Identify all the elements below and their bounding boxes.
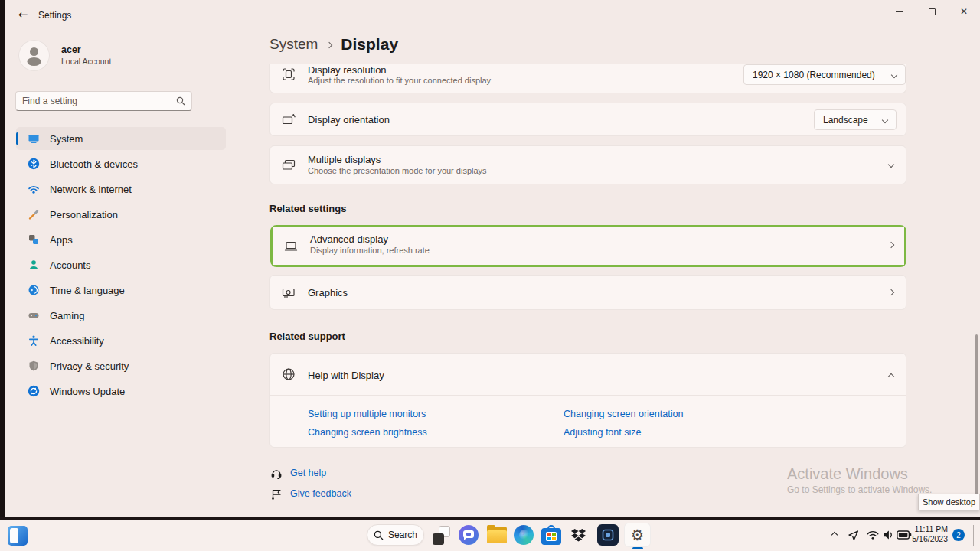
breadcrumb: System Display [270,35,398,54]
bluetooth-icon [28,158,40,170]
sidebar-item-accounts[interactable]: Accounts [16,253,226,276]
show-desktop-tooltip: Show desktop [918,494,980,510]
sidebar-item-bluetooth-devices[interactable]: Bluetooth & devices [16,152,226,175]
search-label: Search [388,530,417,540]
sidebar-item-label: System [50,133,83,145]
display-resolution-icon [281,67,296,82]
display-resolution-card: Display resolution Adjust the resolution… [270,64,906,93]
edge-browser-icon[interactable] [514,525,534,545]
user-name: acer [61,44,81,55]
selected-accent-bar [16,132,18,145]
show-desktop-button[interactable] [974,520,980,551]
sidebar-item-label: Gaming [50,310,85,321]
multiple-displays-icon [281,158,296,173]
system-icon [28,132,40,145]
avatar[interactable] [18,40,50,71]
help-link-screen-orientation[interactable]: Changing screen orientation [564,409,683,419]
chevron-down-icon[interactable] [888,161,894,168]
notification-badge[interactable]: 2 [952,529,965,541]
file-explorer-icon[interactable] [487,527,507,543]
card-title: Multiple displays [308,154,381,165]
volume-icon[interactable] [880,527,896,543]
search-input[interactable] [16,96,176,106]
globe-icon [281,367,296,382]
accessibility-icon [28,334,40,347]
sidebar-item-label: Accessibility [50,335,104,347]
sidebar-item-gaming[interactable]: Gaming [16,304,226,327]
card-subtitle: Adjust the resolution to fit your connec… [308,76,491,85]
sidebar-item-accessibility[interactable]: Accessibility [16,329,226,352]
chevron-right-icon [888,289,894,295]
sidebar-item-system[interactable]: System [16,127,226,150]
divider [270,395,906,396]
user-account-type: Local Account [61,57,111,66]
dropbox-icon[interactable] [569,526,588,545]
multiple-displays-card[interactable]: Multiple displays Choose the presentatio… [270,145,906,184]
location-icon[interactable] [845,527,861,543]
activate-windows-watermark: Activate Windows [787,465,908,483]
sidebar-item-label: Privacy & security [50,360,129,372]
taskbar-search[interactable]: Search [367,524,424,546]
microsoft-store-icon[interactable] [541,525,561,545]
give-feedback-link[interactable]: Give feedback [290,488,351,499]
back-button[interactable]: ← [14,6,32,23]
close-icon: ✕ [960,6,968,17]
chevron-up-icon[interactable] [888,373,894,380]
active-app-indicator [632,547,643,549]
maximize-button[interactable] [916,0,948,23]
sidebar-item-apps[interactable]: Apps [16,228,226,251]
minimize-button[interactable] [884,0,916,23]
card-title: Display resolution [308,64,387,76]
card-subtitle: Choose the presentation mode for your di… [308,166,487,175]
tray-date: 5/16/2023 [912,534,948,544]
card-title: Advanced display [310,233,388,245]
window-title: Settings [38,10,71,21]
sidebar-item-network-internet[interactable]: Network & internet [16,178,226,201]
wifi-icon[interactable] [865,527,880,543]
wifi-icon [28,183,40,195]
widgets-icon[interactable] [8,526,28,546]
card-title: Display orientation [308,114,390,126]
tray-time: 11:11 PM [912,524,948,534]
get-help-link[interactable]: Get help [290,468,326,478]
breadcrumb-system[interactable]: System [270,36,318,53]
dark-blue-app-icon[interactable] [597,524,619,546]
chevron-down-icon [882,116,888,122]
display-orientation-dropdown[interactable]: Landscape [814,109,897,130]
sidebar-item-label: Windows Update [50,386,125,397]
sidebar-item-label: Bluetooth & devices [50,158,138,170]
scrollbar-thumb[interactable] [975,334,978,500]
sidebar-item-privacy-security[interactable]: Privacy & security [16,354,226,377]
help-link-multiple-monitors[interactable]: Setting up multiple monitors [308,409,426,419]
display-resolution-dropdown[interactable]: 1920 × 1080 (Recommended) [743,64,906,85]
clock[interactable]: 11:11 PM 5/16/2023 [912,524,948,544]
task-view-icon[interactable] [432,526,451,545]
battery-icon[interactable] [897,527,912,543]
sidebar-item-label: Personalization [50,209,118,220]
sidebar-item-personalization[interactable]: Personalization [16,203,226,226]
find-a-setting-search[interactable] [15,91,192,111]
chat-icon[interactable] [459,525,479,545]
sidebar-item-time-language[interactable]: Time & language [16,279,226,302]
get-help-icon [270,467,283,481]
card-subtitle: Display information, refresh rate [310,246,430,255]
help-link-font-size[interactable]: Adjusting font size [564,427,641,438]
help-with-display-card: Help with Display Setting up multiple mo… [270,353,906,448]
search-icon [374,530,384,540]
sidebar-item-label: Time & language [50,285,125,296]
give-feedback-icon [270,487,283,501]
advanced-display-card[interactable]: Advanced display Display information, re… [273,227,904,265]
page-title: Display [341,35,398,54]
sidebar-item-windows-update[interactable]: Windows Update [16,380,226,403]
settings-app-icon[interactable]: ⚙ [624,523,651,547]
close-button[interactable]: ✕ [948,0,980,23]
hidden-icons-chevron[interactable] [828,530,841,540]
graphics-card[interactable]: Graphics [270,275,906,310]
start-button[interactable] [335,526,354,545]
dropdown-value: Landscape [823,115,868,126]
taskbar: Search ⚙ [0,520,980,551]
help-link-screen-brightness[interactable]: Changing screen brightness [308,427,427,438]
breadcrumb-chevron-icon [326,42,332,48]
person-icon [18,40,50,71]
graphics-icon [281,285,296,301]
